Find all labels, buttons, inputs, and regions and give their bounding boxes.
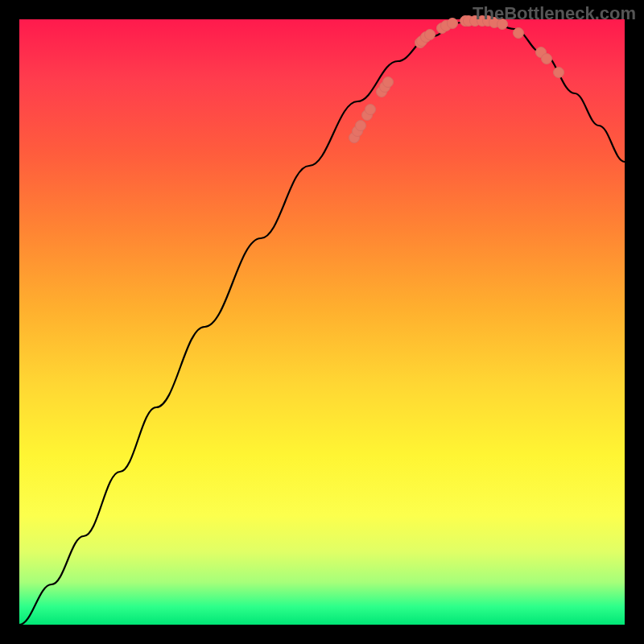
data-point: [356, 121, 366, 131]
data-point: [514, 28, 524, 39]
data-point: [365, 105, 376, 115]
data-point: [383, 77, 394, 88]
chart-svg: [19, 19, 625, 625]
chart-plot-area: [19, 19, 625, 625]
data-point: [425, 30, 436, 40]
data-point: [448, 19, 458, 29]
bottleneck-curve: [19, 20, 625, 625]
data-point: [542, 54, 552, 64]
data-markers: [349, 16, 564, 143]
data-point: [554, 68, 564, 78]
watermark-text: TheBottleneck.com: [473, 3, 636, 24]
